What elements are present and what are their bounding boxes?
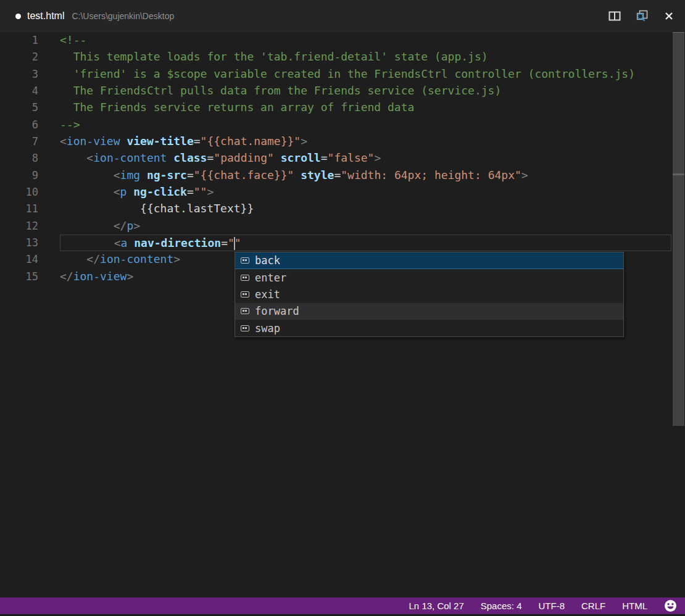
token-punct: </	[86, 252, 100, 265]
suggestion-back[interactable]: back	[235, 252, 623, 269]
split-editor-icon[interactable]	[607, 9, 622, 23]
code-line-content: <a nav-direction=""	[60, 235, 671, 251]
token-attr: ng-click	[133, 185, 187, 198]
token-attr: nav-direction	[134, 236, 221, 249]
line-number: 5	[0, 99, 38, 116]
suggestion-enter[interactable]: enter	[235, 269, 623, 286]
token-str: "	[235, 236, 241, 249]
feedback-smiley-icon[interactable]	[664, 599, 677, 612]
token-comment: The Friends service returns an array of …	[60, 101, 414, 114]
code-line-content: <ion-content class="padding" scroll="fal…	[60, 150, 671, 167]
indentation-indicator[interactable]: Spaces: 4	[481, 601, 522, 611]
code-line-content: <ion-view view-title="{{chat.name}}">	[60, 133, 671, 150]
status-bar: Ln 13, Col 27 Spaces: 4 UTF-8 CRLF HTML	[0, 597, 685, 614]
code-line-4[interactable]: 4 The FriendsCtrl pulls data from the Fr…	[0, 83, 685, 99]
line-number: 7	[0, 133, 38, 150]
token-plain	[60, 236, 114, 249]
token-plain	[127, 185, 133, 198]
enum-value-icon	[241, 257, 249, 264]
suggestion-forward[interactable]: forward	[235, 303, 623, 320]
token-punct: <	[114, 169, 120, 181]
token-op: =	[187, 185, 194, 198]
code-line-3[interactable]: 3 'friend' is a $scope variable created …	[0, 66, 685, 83]
code-line-2[interactable]: 2 This template loads for the 'tab.frien…	[0, 49, 685, 65]
token-punct: >	[173, 252, 180, 265]
title-actions	[607, 0, 676, 32]
token-comment: -->	[60, 118, 80, 131]
token-plain	[294, 169, 301, 181]
code-line-1[interactable]: 1<!--	[0, 32, 685, 49]
enum-value-icon	[241, 291, 249, 298]
token-punct: >	[521, 169, 528, 181]
token-plain	[274, 151, 281, 164]
token-plain	[120, 135, 127, 148]
enum-value-icon	[241, 325, 249, 331]
encoding-indicator[interactable]: UTF-8	[538, 601, 565, 611]
autocomplete-dropdown: backenterexitforwardswap	[235, 252, 624, 338]
token-op: =	[321, 151, 328, 164]
token-op: =	[187, 169, 194, 181]
token-plain	[60, 169, 114, 181]
code-line-13[interactable]: 13 <a nav-direction=""	[0, 235, 685, 251]
token-plain	[60, 185, 114, 198]
token-tag: ion-content	[93, 151, 167, 164]
token-comment: The FriendsCtrl pulls data from the Frie…	[60, 84, 501, 97]
token-tag: ion-view	[67, 135, 120, 148]
editor-title-bar: test.html C:\Users\gujenkin\Desktop	[0, 0, 685, 32]
code-line-8[interactable]: 8 <ion-content class="padding" scroll="f…	[0, 150, 685, 167]
eol-indicator[interactable]: CRLF	[581, 601, 605, 611]
line-number: 12	[0, 218, 38, 235]
cursor-position-indicator[interactable]: Ln 13, Col 27	[409, 601, 464, 611]
token-str: "{{chat.name}}"	[201, 135, 301, 148]
token-tag: img	[120, 169, 141, 181]
line-number: 10	[0, 184, 38, 201]
token-comment: This template loads for the 'tab.friend-…	[60, 50, 488, 63]
code-line-10[interactable]: 10 <p ng-click="">	[0, 184, 685, 201]
code-line-content: <p ng-click="">	[60, 184, 671, 201]
token-str: "false"	[328, 151, 375, 164]
code-editor[interactable]: 1<!--2 This template loads for the 'tab.…	[0, 32, 685, 597]
token-op: =	[221, 236, 228, 249]
token-attr: scroll	[281, 151, 321, 164]
token-punct: >	[374, 151, 381, 164]
scrollbar-thumb[interactable]	[673, 32, 684, 426]
enum-value-icon	[241, 275, 249, 281]
token-op: =	[194, 135, 201, 148]
language-mode-indicator[interactable]: HTML	[622, 601, 647, 611]
code-line-content: -->	[60, 117, 671, 133]
code-line-11[interactable]: 11 {{chat.lastText}}	[0, 201, 685, 217]
token-attr: view-title	[127, 135, 193, 148]
code-line-12[interactable]: 12 </p>	[0, 218, 685, 235]
token-punct: >	[301, 135, 307, 148]
token-punct: <	[60, 135, 67, 148]
line-number: 15	[0, 268, 38, 285]
suggestion-exit[interactable]: exit	[235, 286, 623, 302]
file-path: C:\Users\gujenkin\Desktop	[72, 11, 174, 21]
token-plain	[60, 252, 86, 265]
code-line-content: The Friends service returns an array of …	[60, 99, 671, 116]
line-number: 3	[0, 66, 38, 83]
close-icon[interactable]	[662, 9, 676, 23]
unsaved-changes-dot	[15, 14, 21, 19]
suggestion-swap[interactable]: swap	[235, 320, 623, 336]
token-tag: p	[127, 219, 133, 232]
token-plain	[127, 236, 134, 249]
code-line-9[interactable]: 9 <img ng-src="{{chat.face}}" style="wid…	[0, 167, 685, 184]
suggestion-label: exit	[255, 288, 280, 301]
line-number: 1	[0, 32, 38, 49]
vertical-scrollbar[interactable]	[671, 32, 685, 597]
line-number: 4	[0, 83, 38, 99]
token-attr: ng-src	[147, 169, 187, 181]
token-punct: </	[114, 219, 127, 232]
code-line-5[interactable]: 5 The Friends service returns an array o…	[0, 99, 685, 116]
token-tag: ion-view	[73, 270, 127, 283]
token-tag: a	[121, 236, 128, 249]
enum-value-icon	[241, 308, 249, 314]
token-punct: <	[114, 185, 120, 198]
code-line-7[interactable]: 7<ion-view view-title="{{chat.name}}">	[0, 133, 685, 150]
code-line-6[interactable]: 6-->	[0, 117, 685, 133]
token-attr: class	[173, 151, 207, 164]
open-preview-icon[interactable]	[634, 9, 649, 23]
code-lines: 1<!--2 This template loads for the 'tab.…	[0, 32, 685, 285]
vscode-window: test.html C:\Users\gujenkin\Desktop	[0, 0, 685, 616]
